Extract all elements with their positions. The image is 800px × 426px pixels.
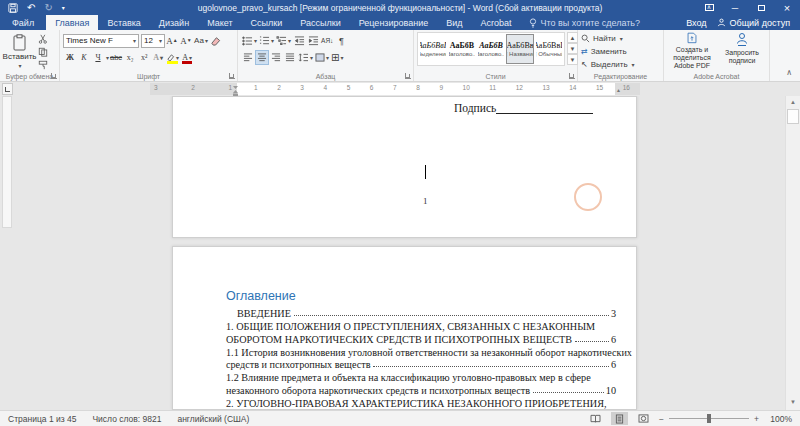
scroll-down-icon[interactable]: ▼ — [786, 396, 800, 408]
shading-button[interactable]: ▾ — [314, 50, 330, 65]
horizontal-ruler[interactable]: 321 1234 5678 9101112 13141516 ▲ — [150, 83, 640, 95]
style-card-title[interactable]: АаБбВв ¶ Название — [506, 34, 534, 64]
bullets-button[interactable]: ▾ — [241, 33, 258, 48]
style-card-normal[interactable]: АаБбВвГ ¶ Обычный — [535, 34, 563, 64]
superscript-button[interactable]: x² — [137, 50, 151, 65]
underline-button[interactable]: Ч — [91, 50, 105, 65]
style-card-emphasis[interactable]: АаБбВвГ Выделение — [419, 34, 447, 64]
tab-view[interactable]: Вид — [437, 15, 471, 30]
toc-entry-line[interactable]: средств и психотропных веществ6 — [226, 358, 616, 371]
decrease-indent-button[interactable] — [292, 33, 306, 48]
numbering-button[interactable]: ▾ — [258, 33, 275, 48]
share-button[interactable]: Общий доступ — [717, 18, 790, 28]
select-button[interactable]: ↖ Выделить ▾ — [581, 58, 661, 71]
word-count[interactable]: Число слов: 9821 — [92, 414, 161, 424]
dialog-launcher-icon[interactable] — [405, 73, 411, 79]
styles-scroll-down-icon[interactable]: ▼ — [567, 43, 578, 54]
align-left-button[interactable] — [241, 50, 255, 65]
toc-entry-line[interactable]: 1.1 История возникновения уголовной отве… — [226, 345, 616, 358]
tell-me-box[interactable]: Что вы хотите сделать? — [521, 15, 649, 30]
italic-button[interactable]: К — [77, 50, 91, 65]
tab-acrobat[interactable]: Acrobat — [472, 15, 521, 30]
increase-indent-button[interactable] — [306, 33, 320, 48]
text-effects-button[interactable]: А▾ — [151, 50, 165, 65]
multilevel-list-button[interactable]: ▾ — [275, 33, 292, 48]
toc-entry-line[interactable]: ОБОРОТОМ НАРКОТИЧЕСКИХ СРЕДСТВ И ПСИХОТР… — [226, 332, 616, 345]
justify-button[interactable] — [283, 50, 297, 65]
ribbon-display-options-icon[interactable]: ∧ — [696, 0, 722, 15]
strikethrough-button[interactable]: abc — [109, 50, 123, 65]
minimize-icon[interactable]: ─ — [722, 0, 748, 15]
clear-formatting-button[interactable] — [209, 33, 223, 48]
scrollbar-thumb[interactable] — [787, 109, 799, 124]
scroll-up-icon[interactable]: ▲ — [786, 96, 800, 108]
font-color-button[interactable]: А ▾ — [180, 50, 194, 65]
font-name-combo[interactable]: Times New F ▾ — [63, 34, 139, 48]
zoom-out-button[interactable]: − — [659, 414, 664, 424]
bold-button[interactable]: Ж — [63, 50, 77, 65]
read-mode-button[interactable] — [587, 412, 604, 425]
paste-button[interactable]: Вставить ▾ — [3, 32, 36, 70]
toc-entry-line[interactable]: 1.2 Влияние предмета и объекта на класси… — [226, 370, 616, 383]
web-layout-button[interactable] — [635, 412, 652, 425]
create-pdf-button[interactable]: Создать и поделиться Adobe PDF — [667, 32, 717, 70]
styles-scroll-up-icon[interactable]: ▲ — [567, 32, 578, 43]
tab-mailings[interactable]: Рассылки — [291, 15, 349, 30]
find-button[interactable]: Найти ▾ — [581, 32, 661, 45]
vertical-ruler[interactable] — [2, 96, 12, 228]
copy-button[interactable] — [36, 46, 50, 58]
dialog-launcher-icon[interactable] — [51, 73, 57, 79]
tab-references[interactable]: Ссылки — [242, 15, 292, 30]
undo-icon[interactable]: ↶ — [27, 3, 35, 13]
save-icon[interactable] — [8, 3, 18, 13]
print-layout-button[interactable] — [611, 412, 628, 425]
zoom-in-button[interactable]: + — [754, 414, 759, 424]
replace-button[interactable]: ⇄ Заменить — [581, 45, 661, 58]
page-indicator[interactable]: Страница 1 из 45 — [8, 414, 76, 424]
collapse-ribbon-icon[interactable]: ∧ — [786, 68, 792, 77]
restore-icon[interactable] — [748, 0, 774, 15]
toc-entry-line[interactable]: 2. УГОЛОВНО-ПРАВОВАЯ ХАРАКТЕРИСТИКА НЕЗА… — [226, 396, 616, 409]
tab-home[interactable]: Главная — [46, 15, 98, 30]
style-card-heading1[interactable]: АаБбВ Заголово... — [448, 34, 476, 64]
customize-qat-icon[interactable]: ▾ — [62, 3, 65, 13]
tab-insert[interactable]: Вставка — [98, 15, 149, 30]
highlight-button[interactable]: ▾ — [165, 50, 180, 65]
align-right-button[interactable] — [269, 50, 283, 65]
format-painter-button[interactable] — [36, 59, 50, 71]
toc-entry-line[interactable]: ВВЕДЕНИЕ3 — [226, 306, 616, 319]
right-indent-marker-icon[interactable]: ▲ — [616, 87, 621, 93]
redo-icon[interactable]: ↻ — [44, 3, 52, 13]
tab-selector[interactable] — [2, 83, 13, 95]
borders-button[interactable]: ⊞▾ — [330, 50, 344, 65]
font-size-combo[interactable]: 12 ▾ — [141, 34, 165, 48]
show-paragraph-marks-button[interactable]: ¶ — [334, 33, 348, 48]
toc-entry-line[interactable]: 1. ОБЩИЕ ПОЛОЖЕНИЯ О ПРЕСТУПЛЕНИЯХ, СВЯЗ… — [226, 319, 616, 332]
cut-button[interactable] — [36, 33, 50, 45]
line-spacing-button[interactable]: ▾ — [297, 50, 314, 65]
tab-layout[interactable]: Макет — [198, 15, 241, 30]
zoom-slider[interactable] — [669, 414, 749, 423]
dialog-launcher-icon[interactable] — [569, 73, 575, 79]
toc-entry-line[interactable]: ХРАНЕНИЯ, ПЕРЕВОЗКИ, ИЗГОТОВЛЕНИЯ, ПЕРЕР… — [226, 409, 616, 410]
toc-entry-line[interactable]: незаконного оборота наркотических средст… — [226, 383, 616, 396]
grow-font-button[interactable]: А▲ — [165, 33, 179, 48]
table-of-contents[interactable]: Оглавление ВВЕДЕНИЕ3 1. ОБЩИЕ ПОЛОЖЕНИЯ … — [226, 289, 616, 410]
style-card-heading2[interactable]: АаБбВ Заголово... — [477, 34, 505, 64]
tab-file[interactable]: Файл — [0, 15, 46, 30]
change-case-button[interactable]: Аа▾ — [193, 33, 209, 48]
request-signatures-button[interactable]: Запросить подписи — [717, 32, 767, 70]
language-indicator[interactable]: английский (США) — [177, 414, 249, 424]
shrink-font-button[interactable]: А▼ — [179, 33, 193, 48]
document-page-2[interactable]: Оглавление ВВЕДЕНИЕ3 1. ОБЩИЕ ПОЛОЖЕНИЯ … — [172, 246, 637, 410]
zoom-level[interactable]: 100% — [766, 414, 792, 424]
document-page-1[interactable]: Подпись 1 — [172, 96, 637, 238]
dialog-launcher-icon[interactable] — [229, 73, 235, 79]
vertical-scrollbar[interactable]: ▲ ▼ — [785, 96, 800, 410]
sort-button[interactable]: АЯ↓ — [320, 33, 334, 48]
tab-review[interactable]: Рецензирование — [350, 15, 438, 30]
close-icon[interactable]: × — [774, 0, 800, 15]
align-center-button[interactable] — [255, 50, 269, 65]
tab-design[interactable]: Дизайн — [150, 15, 198, 30]
styles-more-icon[interactable]: ▼ — [567, 54, 578, 65]
